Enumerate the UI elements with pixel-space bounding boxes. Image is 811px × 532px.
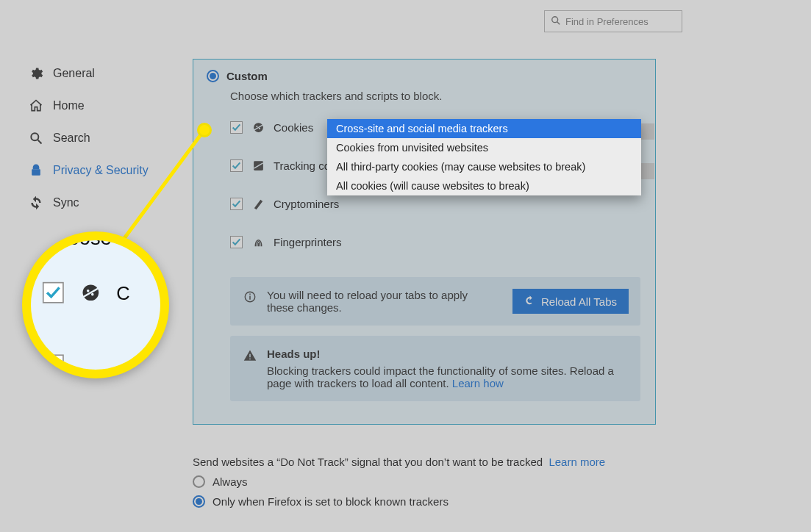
sidebar-item-home[interactable]: Home xyxy=(28,90,175,122)
reload-icon xyxy=(524,295,535,308)
reload-button-label: Reload All Tabs xyxy=(541,295,617,308)
dnt-learn-more-link[interactable]: Learn more xyxy=(549,456,605,468)
checkbox-fingerprinters[interactable] xyxy=(230,236,243,248)
svg-point-16 xyxy=(86,289,89,292)
sidebar-item-label: Privacy & Security xyxy=(53,164,149,177)
custom-tracking-panel: Custom Choose which trackers and scripts… xyxy=(193,59,656,425)
sidebar-item-label: Sync xyxy=(53,196,79,209)
option-label: Fingerprinters xyxy=(274,236,342,248)
svg-line-3 xyxy=(38,140,42,144)
zoom-checkbox-cookies xyxy=(43,281,64,303)
tracking-icon xyxy=(251,159,265,172)
annotation-zoom-circle: Choose C xyxy=(22,231,169,378)
sidebar-item-search[interactable]: Search xyxy=(28,122,175,154)
search-icon xyxy=(28,130,44,146)
svg-point-17 xyxy=(90,292,93,295)
dnt-section: Send websites a “Do Not Track” signal th… xyxy=(193,456,678,508)
sidebar-item-label: Home xyxy=(53,99,85,112)
svg-rect-4 xyxy=(32,169,40,175)
lock-icon xyxy=(28,162,44,179)
dnt-always-label: Always xyxy=(212,475,248,488)
annotation-dot xyxy=(197,123,212,137)
svg-rect-12 xyxy=(249,296,251,300)
dropdown-item-all-cookies[interactable]: All cookies (will cause websites to brea… xyxy=(327,176,641,195)
checkbox-cookies[interactable] xyxy=(230,121,243,134)
cookies-dropdown: Cross-site and social media trackers Coo… xyxy=(327,119,641,195)
sidebar-item-privacy-security[interactable]: Privacy & Security xyxy=(28,154,175,187)
cryptominers-icon xyxy=(251,197,265,210)
headsup-notice: Heads up! Blocking trackers could impact… xyxy=(230,336,640,401)
checkbox-tracking-content[interactable] xyxy=(230,159,243,172)
svg-point-0 xyxy=(552,16,558,22)
home-icon xyxy=(28,98,44,114)
dnt-text: Send websites a “Do Not Track” signal th… xyxy=(193,456,543,468)
settings-sidebar: General Home Search Privacy & Security S… xyxy=(28,57,175,219)
sidebar-item-label: General xyxy=(53,67,95,80)
dropdown-item-cross-site[interactable]: Cross-site and social media trackers xyxy=(327,119,641,138)
pref-search-box[interactable] xyxy=(544,10,682,32)
dropdown-item-unvisited[interactable]: Cookies from unvisited websites xyxy=(327,138,641,157)
dropdown-item-third-party[interactable]: All third-party cookies (may cause websi… xyxy=(327,157,641,176)
zoom-cookies-icon xyxy=(79,281,101,303)
custom-label: Custom xyxy=(226,70,268,82)
sidebar-item-label: Search xyxy=(53,132,90,145)
svg-rect-13 xyxy=(249,294,251,295)
custom-desc: Choose which trackers and scripts to blo… xyxy=(230,90,642,102)
checkbox-cryptominers[interactable] xyxy=(230,198,243,210)
option-label: Cookies xyxy=(274,121,313,134)
headsup-title: Heads up! xyxy=(267,348,627,360)
search-icon xyxy=(551,15,561,28)
sidebar-item-general[interactable]: General xyxy=(28,57,175,90)
svg-line-1 xyxy=(557,21,560,24)
svg-point-6 xyxy=(256,126,257,127)
svg-point-7 xyxy=(258,127,260,129)
headsup-text: Blocking trackers could impact the funct… xyxy=(267,364,614,389)
sidebar-item-sync[interactable]: Sync xyxy=(28,187,175,219)
warning-icon xyxy=(243,349,257,362)
dnt-known-label: Only when Firefox is set to block known … xyxy=(212,495,449,508)
radio-dnt-always[interactable] xyxy=(193,475,205,488)
option-label: Cryptominers xyxy=(274,198,339,210)
radio-custom[interactable] xyxy=(207,70,219,82)
reload-tabs-button[interactable]: Reload All Tabs xyxy=(512,289,629,314)
reload-notice-text: You will need to reload your tabs to app… xyxy=(267,289,487,314)
sync-icon xyxy=(28,195,44,211)
reload-notice: You will need to reload your tabs to app… xyxy=(230,277,640,326)
option-fingerprinters: Fingerprinters xyxy=(230,229,642,255)
gear-icon xyxy=(28,65,44,82)
fingerprinters-icon xyxy=(251,235,265,248)
radio-dnt-known-trackers[interactable] xyxy=(193,495,205,508)
cookies-icon xyxy=(251,121,265,134)
zoom-cookies-label: C xyxy=(116,281,129,303)
svg-point-2 xyxy=(31,133,38,140)
info-icon xyxy=(243,290,257,303)
learn-how-link[interactable]: Learn how xyxy=(452,377,504,389)
pref-search-input[interactable] xyxy=(565,16,689,27)
